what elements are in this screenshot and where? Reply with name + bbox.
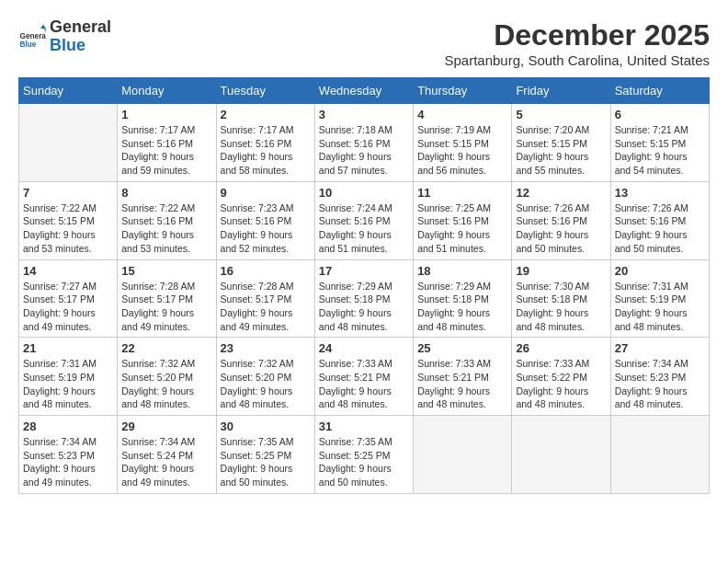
day-info: Sunrise: 7:34 AM Sunset: 5:23 PM Dayligh… [23,435,113,489]
day-info: Sunrise: 7:34 AM Sunset: 5:23 PM Dayligh… [615,357,705,411]
day-info: Sunrise: 7:29 AM Sunset: 5:18 PM Dayligh… [417,280,507,334]
calendar-week-row: 14Sunrise: 7:27 AM Sunset: 5:17 PM Dayli… [19,259,710,338]
day-info: Sunrise: 7:21 AM Sunset: 5:15 PM Dayligh… [615,123,705,178]
svg-marker-3 [40,24,46,29]
weekday-header: Tuesday [216,78,314,104]
day-number: 27 [615,341,705,355]
calendar-cell: 11Sunrise: 7:25 AM Sunset: 5:16 PM Dayli… [414,181,512,259]
calendar-cell: 6Sunrise: 7:21 AM Sunset: 5:15 PM Daylig… [610,104,709,182]
calendar-cell: 31Sunrise: 7:35 AM Sunset: 5:25 PM Dayli… [314,416,413,494]
day-info: Sunrise: 7:19 AM Sunset: 5:15 PM Dayligh… [417,123,507,178]
day-number: 2 [221,108,311,121]
calendar-cell: 3Sunrise: 7:18 AM Sunset: 5:16 PM Daylig… [314,104,413,182]
day-number: 7 [23,186,113,200]
calendar-cell: 23Sunrise: 7:32 AM Sunset: 5:20 PM Dayli… [216,338,314,416]
calendar-cell: 28Sunrise: 7:34 AM Sunset: 5:23 PM Dayli… [19,416,118,494]
day-number: 9 [221,186,311,200]
calendar-cell [512,416,610,494]
calendar-cell: 5Sunrise: 7:20 AM Sunset: 5:15 PM Daylig… [512,104,610,182]
calendar-cell: 1Sunrise: 7:17 AM Sunset: 5:16 PM Daylig… [118,104,216,182]
calendar-cell: 19Sunrise: 7:30 AM Sunset: 5:18 PM Dayli… [512,259,610,338]
weekday-header: Monday [118,78,216,104]
day-info: Sunrise: 7:18 AM Sunset: 5:16 PM Dayligh… [319,123,409,178]
day-info: Sunrise: 7:33 AM Sunset: 5:21 PM Dayligh… [417,357,507,411]
logo-general: General [50,18,111,37]
day-info: Sunrise: 7:33 AM Sunset: 5:21 PM Dayligh… [319,357,409,411]
day-info: Sunrise: 7:20 AM Sunset: 5:15 PM Dayligh… [516,123,606,178]
day-info: Sunrise: 7:32 AM Sunset: 5:20 PM Dayligh… [221,357,311,411]
weekday-header: Sunday [19,78,118,104]
day-number: 31 [319,419,409,433]
day-info: Sunrise: 7:32 AM Sunset: 5:20 PM Dayligh… [121,357,211,411]
weekday-header: Friday [512,78,610,104]
calendar-cell: 10Sunrise: 7:24 AM Sunset: 5:16 PM Dayli… [314,181,413,259]
day-info: Sunrise: 7:33 AM Sunset: 5:22 PM Dayligh… [516,357,606,411]
day-number: 1 [121,108,211,121]
day-number: 20 [615,264,705,278]
weekday-header: Wednesday [314,78,413,104]
day-info: Sunrise: 7:22 AM Sunset: 5:16 PM Dayligh… [121,201,211,256]
weekday-header: Saturday [610,78,709,104]
day-info: Sunrise: 7:34 AM Sunset: 5:24 PM Dayligh… [121,435,211,489]
day-info: Sunrise: 7:26 AM Sunset: 5:16 PM Dayligh… [516,201,606,256]
calendar-cell: 21Sunrise: 7:31 AM Sunset: 5:19 PM Dayli… [19,338,118,416]
svg-text:Blue: Blue [20,40,37,48]
day-number: 28 [23,419,113,433]
day-number: 15 [121,264,211,278]
day-number: 19 [516,264,606,278]
day-info: Sunrise: 7:30 AM Sunset: 5:18 PM Dayligh… [516,280,606,334]
day-number: 21 [23,341,113,355]
calendar-cell [610,416,709,494]
calendar-cell: 20Sunrise: 7:31 AM Sunset: 5:19 PM Dayli… [610,259,709,338]
day-info: Sunrise: 7:24 AM Sunset: 5:16 PM Dayligh… [319,201,409,256]
day-number: 12 [516,186,606,200]
day-info: Sunrise: 7:26 AM Sunset: 5:16 PM Dayligh… [615,201,705,256]
day-number: 23 [221,341,311,355]
calendar-cell: 22Sunrise: 7:32 AM Sunset: 5:20 PM Dayli… [118,338,216,416]
calendar-cell: 24Sunrise: 7:33 AM Sunset: 5:21 PM Dayli… [314,338,413,416]
day-number: 25 [417,341,507,355]
calendar-cell: 16Sunrise: 7:28 AM Sunset: 5:17 PM Dayli… [216,259,314,338]
calendar-cell: 30Sunrise: 7:35 AM Sunset: 5:25 PM Dayli… [216,416,314,494]
day-info: Sunrise: 7:35 AM Sunset: 5:25 PM Dayligh… [221,435,311,489]
calendar-cell: 7Sunrise: 7:22 AM Sunset: 5:15 PM Daylig… [19,181,118,259]
day-number: 24 [319,341,409,355]
location: Spartanburg, South Carolina, United Stat… [444,52,710,68]
logo-text: General Blue [50,18,111,55]
day-number: 13 [615,186,705,200]
day-number: 30 [221,419,311,433]
day-info: Sunrise: 7:27 AM Sunset: 5:17 PM Dayligh… [23,280,113,334]
calendar-table: SundayMondayTuesdayWednesdayThursdayFrid… [18,77,710,494]
calendar-cell: 29Sunrise: 7:34 AM Sunset: 5:24 PM Dayli… [118,416,216,494]
day-info: Sunrise: 7:17 AM Sunset: 5:16 PM Dayligh… [221,123,311,178]
calendar-cell: 9Sunrise: 7:23 AM Sunset: 5:16 PM Daylig… [216,181,314,259]
title-block: December 2025 Spartanburg, South Carolin… [444,18,710,68]
calendar-cell: 12Sunrise: 7:26 AM Sunset: 5:16 PM Dayli… [512,181,610,259]
weekday-header-row: SundayMondayTuesdayWednesdayThursdayFrid… [19,78,710,104]
month-title: December 2025 [444,18,710,52]
svg-text:General: General [20,31,47,40]
logo: General Blue General Blue [18,18,111,55]
day-info: Sunrise: 7:28 AM Sunset: 5:17 PM Dayligh… [121,280,211,334]
weekday-header: Thursday [414,78,512,104]
calendar-week-row: 21Sunrise: 7:31 AM Sunset: 5:19 PM Dayli… [19,338,710,416]
page-header: General Blue General Blue December 2025 … [18,18,710,68]
logo-blue: Blue [50,37,111,55]
day-number: 16 [221,264,311,278]
calendar-week-row: 28Sunrise: 7:34 AM Sunset: 5:23 PM Dayli… [19,416,710,494]
calendar-cell [19,104,118,182]
day-number: 17 [319,264,409,278]
day-info: Sunrise: 7:28 AM Sunset: 5:17 PM Dayligh… [221,280,311,334]
day-info: Sunrise: 7:29 AM Sunset: 5:18 PM Dayligh… [319,280,409,334]
day-number: 4 [417,108,507,121]
day-number: 3 [319,108,409,121]
day-number: 6 [615,108,705,121]
calendar-week-row: 1Sunrise: 7:17 AM Sunset: 5:16 PM Daylig… [19,104,710,182]
day-info: Sunrise: 7:31 AM Sunset: 5:19 PM Dayligh… [615,280,705,334]
calendar-cell: 27Sunrise: 7:34 AM Sunset: 5:23 PM Dayli… [610,338,709,416]
calendar-cell: 8Sunrise: 7:22 AM Sunset: 5:16 PM Daylig… [118,181,216,259]
day-number: 8 [121,186,211,200]
calendar-cell: 4Sunrise: 7:19 AM Sunset: 5:15 PM Daylig… [414,104,512,182]
calendar-cell: 14Sunrise: 7:27 AM Sunset: 5:17 PM Dayli… [19,259,118,338]
calendar-cell: 2Sunrise: 7:17 AM Sunset: 5:16 PM Daylig… [216,104,314,182]
